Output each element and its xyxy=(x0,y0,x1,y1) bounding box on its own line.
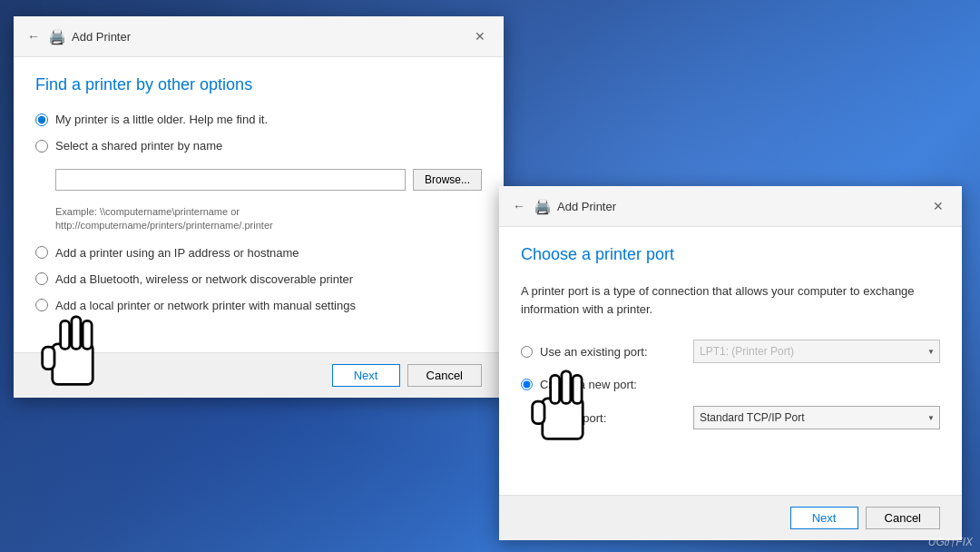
radio-3[interactable] xyxy=(35,246,48,259)
titlebar-left-2: ← 🖨️ Add Printer xyxy=(510,197,616,215)
dialog-footer-1: Next Cancel xyxy=(14,352,504,398)
use-existing-option: Use an existing port: LPT1: (Printer Por… xyxy=(521,340,940,363)
type-of-port-select[interactable]: Standard TCP/IP Port xyxy=(693,406,940,429)
titlebar-left-1: ← 🖨️ Add Printer xyxy=(24,27,131,45)
radio-4[interactable] xyxy=(35,272,48,285)
dialog-title-2: Add Printer xyxy=(557,200,616,213)
titlebar-1: ← 🖨️ Add Printer ✕ xyxy=(14,16,504,57)
existing-port-select-wrapper: LPT1: (Printer Port) xyxy=(693,340,940,363)
type-of-port-option: Type of port: Standard TCP/IP Port xyxy=(541,406,940,429)
radio-5[interactable] xyxy=(35,299,48,311)
option-5-label: Add a local printer or network printer w… xyxy=(55,299,356,312)
create-new-option: Create a new port: xyxy=(521,378,940,391)
existing-port-select[interactable]: LPT1: (Printer Port) xyxy=(693,340,940,363)
create-new-text: Create a new port: xyxy=(540,378,637,391)
dialog-heading-1: Find a printer by other options xyxy=(35,75,482,94)
radio-group-1: My printer is a little older. Help me fi… xyxy=(35,113,482,312)
type-of-port-label: Type of port: xyxy=(541,411,684,425)
option-4-label: Add a Bluetooth, wireless or network dis… xyxy=(55,272,353,286)
dialog-find-printer: ← 🖨️ Add Printer ✕ Find a printer by oth… xyxy=(14,16,504,398)
close-button-2[interactable]: ✕ xyxy=(926,193,951,219)
dialog-footer-2: Next Cancel xyxy=(499,495,962,540)
shared-printer-input[interactable] xyxy=(55,169,406,191)
radio-existing[interactable] xyxy=(521,346,533,358)
cancel-button-2[interactable]: Cancel xyxy=(866,507,940,529)
printer-icon-2: 🖨️ xyxy=(534,198,552,215)
option-2[interactable]: Select a shared printer by name xyxy=(35,139,482,153)
example-text: Example: \\computername\printername orht… xyxy=(55,205,482,233)
radio-2[interactable] xyxy=(35,140,48,153)
option-2-label: Select a shared printer by name xyxy=(55,139,222,153)
back-button-2[interactable]: ← xyxy=(510,197,528,215)
browse-button[interactable]: Browse... xyxy=(413,169,482,191)
option-1-label: My printer is a little older. Help me fi… xyxy=(55,113,268,126)
option-3[interactable]: Add a printer using an IP address or hos… xyxy=(35,246,482,260)
dialog-heading-2: Choose a printer port xyxy=(521,245,940,264)
option-4[interactable]: Add a Bluetooth, wireless or network dis… xyxy=(35,272,482,286)
next-button-2[interactable]: Next xyxy=(790,507,858,529)
watermark: UG∂†FIX xyxy=(928,536,973,548)
radio-create-new[interactable] xyxy=(521,379,533,390)
option-3-label: Add a printer using an IP address or hos… xyxy=(55,246,299,260)
description-text: A printer port is a type of connection t… xyxy=(521,282,940,318)
type-of-port-select-wrapper: Standard TCP/IP Port xyxy=(693,406,940,429)
back-button-1[interactable]: ← xyxy=(24,27,43,45)
dialog-title-1: Add Printer xyxy=(72,30,131,44)
close-button-1[interactable]: ✕ xyxy=(467,24,493,49)
radio-1[interactable] xyxy=(35,113,48,126)
use-existing-label[interactable]: Use an existing port: xyxy=(521,345,684,359)
dialog-content-2: Choose a printer port A printer port is … xyxy=(499,227,962,462)
option-1[interactable]: My printer is a little older. Help me fi… xyxy=(35,113,482,126)
cancel-button-1[interactable]: Cancel xyxy=(407,364,482,387)
dialog-content-1: Find a printer by other options My print… xyxy=(14,57,504,330)
shared-printer-input-row: Browse... xyxy=(55,169,482,191)
next-button-1[interactable]: Next xyxy=(332,364,400,387)
option-5[interactable]: Add a local printer or network printer w… xyxy=(35,299,482,312)
create-new-label[interactable]: Create a new port: xyxy=(521,378,684,391)
titlebar-2: ← 🖨️ Add Printer ✕ xyxy=(499,186,962,227)
use-existing-text: Use an existing port: xyxy=(540,345,648,359)
printer-icon-1: 🖨️ xyxy=(48,28,66,45)
dialog-choose-port: ← 🖨️ Add Printer ✕ Choose a printer port… xyxy=(499,186,962,540)
